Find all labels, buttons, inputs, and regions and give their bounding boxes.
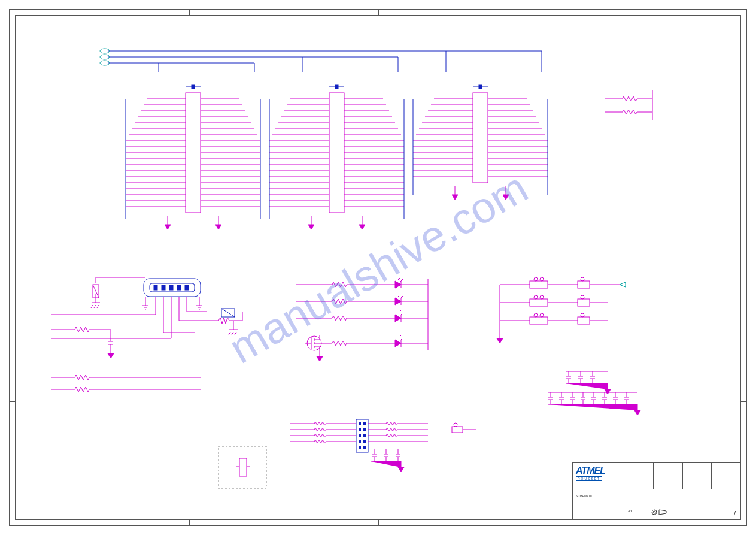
svg-rect-37 (359, 428, 361, 431)
svg-point-50 (653, 511, 655, 513)
zone-tick (9, 268, 15, 268)
size-field: A3 (628, 509, 632, 513)
svg-point-20 (534, 277, 538, 281)
svg-rect-36 (363, 422, 366, 425)
zone-tick (189, 520, 190, 526)
connector-j3 (413, 85, 548, 200)
svg-point-30 (534, 313, 538, 317)
svg-point-23 (581, 277, 584, 281)
svg-rect-19 (530, 281, 548, 288)
led-section (296, 277, 428, 361)
top-bus-rails (108, 51, 542, 72)
zone-tick (189, 9, 190, 15)
svg-point-46 (454, 423, 457, 427)
zone-tick (741, 401, 747, 402)
logo-subtext: ROUSSET (576, 476, 602, 481)
svg-rect-12 (162, 285, 165, 290)
connector-j2 (269, 85, 404, 229)
svg-rect-6 (335, 85, 338, 89)
zone-tick (9, 401, 15, 402)
svg-point-33 (581, 313, 584, 317)
zone-tick (378, 520, 379, 526)
svg-rect-43 (359, 446, 361, 449)
svg-rect-32 (578, 317, 590, 324)
usb-section (51, 277, 242, 392)
title-block: ATMEL ROUSSET SCHEMATIC A3 / (572, 462, 741, 520)
svg-rect-24 (530, 299, 548, 306)
svg-point-26 (540, 295, 544, 299)
schematic-svg (15, 15, 741, 520)
svg-rect-29 (530, 317, 548, 324)
svg-rect-8 (479, 85, 482, 89)
svg-rect-42 (363, 440, 366, 443)
connector-j1 (126, 85, 260, 229)
svg-rect-22 (578, 281, 590, 288)
zone-tick (567, 9, 567, 15)
atmel-logo: ATMEL ROUSSET (576, 466, 618, 481)
svg-rect-38 (363, 428, 366, 431)
zone-tick (741, 134, 747, 134)
zone-tick (741, 268, 747, 268)
jtag-section (290, 419, 476, 472)
projection-symbol-icon (651, 508, 756, 535)
zone-tick (9, 134, 15, 134)
svg-point-28 (581, 295, 584, 299)
svg-rect-5 (329, 93, 344, 213)
logo-text: ATMEL (576, 466, 618, 476)
svg-rect-15 (185, 285, 189, 290)
page-slash: / (734, 510, 736, 517)
svg-rect-41 (359, 440, 361, 443)
svg-rect-47 (218, 446, 266, 488)
fiducial-block (218, 446, 266, 488)
svg-rect-11 (154, 285, 157, 290)
svg-point-31 (540, 313, 544, 317)
svg-rect-35 (359, 422, 361, 425)
zone-tick (567, 520, 567, 526)
svg-point-25 (534, 295, 538, 299)
svg-rect-13 (169, 285, 173, 290)
svg-point-49 (652, 510, 657, 515)
svg-rect-44 (363, 446, 366, 449)
svg-rect-39 (359, 434, 361, 437)
svg-rect-4 (192, 85, 195, 89)
svg-point-21 (540, 277, 544, 281)
schematic-canvas (15, 15, 741, 520)
svg-rect-45 (452, 427, 463, 433)
pullup-resistors (605, 90, 652, 120)
svg-rect-7 (473, 93, 488, 183)
svg-rect-48 (239, 458, 247, 476)
decoupling-caps (548, 371, 640, 415)
svg-rect-34 (356, 419, 368, 452)
button-section (497, 277, 626, 343)
zone-tick (378, 9, 379, 15)
svg-rect-27 (578, 299, 590, 306)
svg-rect-40 (363, 434, 366, 437)
svg-rect-14 (177, 285, 181, 290)
svg-rect-3 (186, 93, 201, 213)
schematic-sheet: manualshive.com ATMEL ROUSSET SCHEMATIC … (0, 0, 756, 535)
doc-type: SCHEMATIC (576, 494, 593, 498)
